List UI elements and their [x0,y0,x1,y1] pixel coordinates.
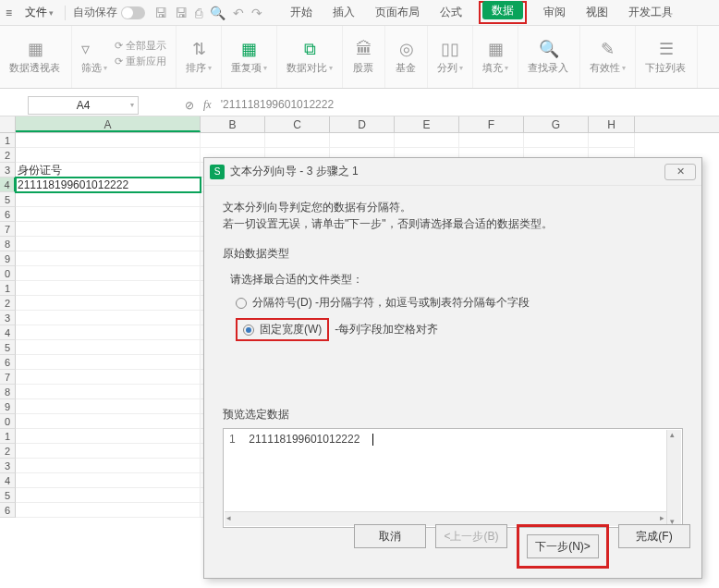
ribbon-validity[interactable]: ✎ 有效性 [580,26,636,88]
col-header-F[interactable]: F [459,116,524,132]
toggle-icon[interactable] [121,6,145,19]
preview-scrollbar-v[interactable] [666,430,681,526]
formula-input[interactable]: '211118199601012222 [221,98,334,112]
cell[interactable] [16,133,201,148]
dialog-titlebar[interactable]: S 文本分列向导 - 3 步骤之 1 ✕ [204,158,701,186]
row-header[interactable]: 7 [0,222,16,237]
filter-button[interactable]: 筛选 [81,61,107,75]
cell[interactable] [16,148,201,163]
cell[interactable] [201,133,265,148]
row-header[interactable]: 4 [0,178,16,192]
next-button[interactable]: 下一步(N)> [527,534,599,558]
col-header-C[interactable]: C [265,116,330,132]
row-header[interactable]: 6 [0,503,16,518]
ribbon-compare[interactable]: ⧉ 数据对比 [277,26,343,88]
ribbon-dropdown[interactable]: ☰ 下拉列表 [636,26,698,88]
print-icon[interactable]: ⎙ [195,6,202,20]
row-header[interactable]: 5 [0,340,16,355]
row-header[interactable]: 4 [0,325,16,340]
cell[interactable] [16,414,201,429]
ribbon-sort[interactable]: ⇅ 排序 [177,26,222,88]
cell[interactable] [395,133,459,148]
cancel-button[interactable]: 取消 [354,524,426,548]
cell[interactable] [265,133,330,148]
ribbon-stocks[interactable]: 🏛 股票 [343,26,385,88]
preview-icon[interactable]: 🔍 [210,6,225,20]
row-header[interactable]: 2 [0,296,16,311]
select-all-corner[interactable] [0,116,16,132]
row-header[interactable]: 2 [0,444,16,459]
col-header-B[interactable]: B [201,116,265,132]
filter-icon[interactable]: ▿ [81,39,90,59]
ribbon-pivot[interactable]: ▦ 数据透视表 [0,26,72,88]
tab-view[interactable]: 视图 [582,1,612,24]
tab-formula[interactable]: 公式 [436,1,466,24]
tab-layout[interactable]: 页面布局 [372,1,423,24]
cell[interactable] [16,340,201,355]
row-header[interactable]: 9 [0,251,16,266]
cell[interactable] [16,459,201,473]
cell[interactable] [16,237,201,251]
row-header[interactable]: 7 [0,370,16,385]
row-header[interactable]: 8 [0,385,16,399]
cell[interactable] [589,133,635,148]
cell[interactable]: 身份证号 [16,163,201,178]
cell[interactable] [16,399,201,414]
cell[interactable] [330,133,395,148]
tab-review[interactable]: 审阅 [540,1,569,24]
col-header-H[interactable]: H [589,116,635,132]
row-header[interactable]: 5 [0,192,16,207]
fx-icon[interactable]: fx [203,98,212,112]
row-header[interactable]: 3 [0,459,16,473]
ribbon-split[interactable]: ▯▯ 分列 [428,26,473,88]
col-header-G[interactable]: G [524,116,589,132]
file-menu[interactable]: 文件 [18,5,61,20]
cell[interactable] [16,251,201,266]
reapply-button[interactable]: ⟳重新应用 [115,55,166,68]
radio-delimited[interactable]: 分隔符号(D) -用分隔字符，如逗号或制表符分隔每个字段 [236,295,683,311]
cell[interactable] [16,385,201,399]
row-header[interactable]: 5 [0,488,16,503]
row-header[interactable]: 6 [0,207,16,222]
save-as-icon[interactable]: 🖫 [175,6,188,20]
autosave-toggle[interactable]: 自动保存 [69,5,149,20]
cell[interactable] [16,222,201,237]
radio-fixed[interactable] [243,325,254,336]
cell[interactable] [16,473,201,488]
cell[interactable] [524,133,589,148]
showall-button[interactable]: ⟳全部显示 [115,39,166,53]
cell[interactable] [16,266,201,281]
ribbon-fill[interactable]: ▦ 填充 [473,26,518,88]
cancel-edit-icon[interactable]: ⊘ [185,99,194,112]
cell[interactable]: 211118199601012222 [16,178,201,192]
tab-dev[interactable]: 开发工具 [625,1,676,24]
cell[interactable] [16,311,201,325]
cell[interactable] [16,207,201,222]
cell[interactable] [16,429,201,444]
tab-data[interactable]: 数据 [482,1,523,19]
cell[interactable] [16,296,201,311]
save-icon[interactable]: 🖫 [154,6,167,20]
row-header[interactable]: 0 [0,266,16,281]
ribbon-findrec[interactable]: 🔍 查找录入 [518,26,580,88]
row-header[interactable]: 1 [0,281,16,296]
row-header[interactable]: 0 [0,414,16,429]
row-header[interactable]: 3 [0,163,16,178]
cell[interactable] [16,281,201,296]
tab-start[interactable]: 开始 [286,1,316,24]
cell[interactable] [16,503,201,518]
cell[interactable] [16,192,201,207]
finish-button[interactable]: 完成(F) [618,524,690,548]
redo-icon[interactable]: ↷ [251,6,262,20]
hamburger-icon[interactable]: ≡ [0,6,18,19]
cell[interactable] [16,488,201,503]
row-header[interactable]: 1 [0,133,16,148]
row-header[interactable]: 6 [0,355,16,370]
ribbon-funds[interactable]: ◎ 基金 [385,26,428,88]
dialog-close-button[interactable]: ✕ [664,164,696,180]
col-header-E[interactable]: E [395,116,459,132]
name-box[interactable]: A4 [28,96,139,115]
row-header[interactable]: 9 [0,399,16,414]
cell[interactable] [16,355,201,370]
cell[interactable] [16,325,201,340]
